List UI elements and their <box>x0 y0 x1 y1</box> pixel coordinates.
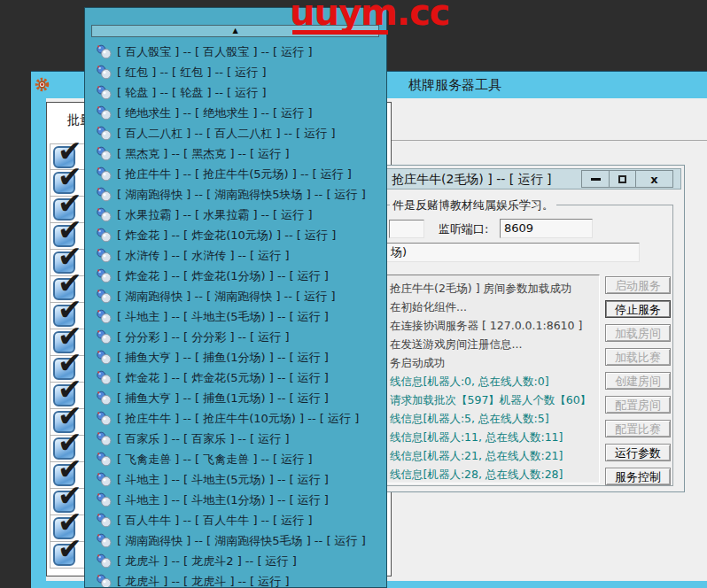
dropdown-item[interactable]: [ 百家乐 ] -- [ 百家乐 ] -- [ 运行 ] <box>85 429 386 449</box>
config-room-button[interactable]: 配置房间 <box>605 396 671 414</box>
network-icon <box>97 553 112 569</box>
network-icon <box>97 452 112 467</box>
log-line: 线信息[机器人:28, 总在线人数:28] <box>390 465 599 484</box>
maximize-icon <box>618 175 626 183</box>
log-line: 在发送游戏房间注册信息... <box>390 335 599 353</box>
dropdown-item[interactable]: [ 湖南跑得快 ] -- [ 湖南跑得快 ] -- [ 运行 ] <box>85 286 386 306</box>
log-line: 务启动成功 <box>390 353 599 372</box>
close-icon: x <box>650 174 657 185</box>
service-control-button[interactable]: 服务控制 <box>605 468 671 485</box>
dropdown-item-label: [ 湖南跑得快 ] -- [ 湖南跑得快5块场 ] -- [ 运行 ] <box>117 187 366 203</box>
network-icon <box>97 44 112 59</box>
dropdown-item[interactable]: [ 红包 ] -- [ 红包 ] -- [ 运行 ] <box>85 62 386 82</box>
game-window-titlebar[interactable]: 抢庄牛牛(2毛场) ] -- [ 运行 ] x <box>376 168 681 190</box>
dropdown-item[interactable]: [ 绝地求生 ] -- [ 绝地求生 ] -- [ 运行 ] <box>85 103 386 123</box>
load-room-button[interactable]: 加载房间 <box>605 324 671 342</box>
network-icon <box>97 431 112 446</box>
log-line: 线信息[机器人:0, 总在线人数:0] <box>390 372 599 391</box>
scroll-up-icon: ▲ <box>232 27 237 35</box>
watermark: uuym.cc <box>290 0 449 30</box>
dropdown-item[interactable]: [ 龙虎斗 ] -- [ 龙虎斗2 ] -- [ 运行 ] <box>85 551 386 571</box>
dropdown-item[interactable]: [ 湖南跑得快 ] -- [ 湖南跑得快5毛场 ] -- [ 运行 ] <box>85 530 386 551</box>
dropdown-item[interactable]: [ 百人牛牛 ] -- [ 百人牛牛 ] -- [ 运行 ] <box>85 510 386 530</box>
dropdown-item[interactable]: [ 百人二八杠 ] -- [ 百人二八杠 ] -- [ 运行 ] <box>85 123 386 143</box>
dropdown-item[interactable]: [ 斗地主 ] -- [ 斗地主(5毛场) ] -- [ 运行 ] <box>85 306 386 327</box>
dropdown-item[interactable]: [ 炸金花 ] -- [ 炸金花(10元场) ] -- [ 运行 ] <box>85 225 386 245</box>
dropdown-item-label: [ 龙虎斗 ] -- [ 龙虎斗 ] -- [ 运行 ] <box>117 574 290 588</box>
dropdown-item[interactable]: [ 斗地主 ] -- [ 斗地主(5元场) ] -- [ 运行 ] <box>85 469 386 490</box>
network-icon <box>97 187 112 202</box>
dropdown-item[interactable]: [ 炸金花 ] -- [ 炸金花(1分场) ] -- [ 运行 ] <box>85 266 386 286</box>
network-icon <box>97 65 112 80</box>
network-icon <box>97 85 112 100</box>
log-line: 在初始化组件... <box>390 298 599 316</box>
network-icon <box>97 391 112 406</box>
dropdown-item[interactable]: [ 百人骰宝 ] -- [ 百人骰宝 ] -- [ 运行 ] <box>85 42 386 62</box>
dropdown-item[interactable]: [ 分分彩 ] -- [ 分分彩 ] -- [ 运行 ] <box>85 327 386 347</box>
dropdown-item[interactable]: [ 龙虎斗 ] -- [ 龙虎斗 ] -- [ 运行 ] <box>85 571 386 588</box>
dropdown-item[interactable]: [ 炸金花 ] -- [ 炸金花(5元场) ] -- [ 运行 ] <box>85 368 386 388</box>
network-icon <box>97 370 112 385</box>
dropdown-item[interactable]: [ 轮盘 ] -- [ 轮盘 ] -- [ 运行 ] <box>85 82 386 103</box>
network-icon <box>97 411 112 426</box>
network-icon <box>97 126 112 141</box>
network-icon <box>97 574 112 588</box>
network-icon <box>97 248 112 263</box>
run-params-button[interactable]: 运行参数 <box>605 444 671 461</box>
dropdown-item-label: [ 百人牛牛 ] -- [ 百人牛牛 ] -- [ 运行 ] <box>117 513 313 529</box>
dropdown-item[interactable]: [ 抢庄牛牛 ] -- [ 抢庄牛牛(5元场) ] -- [ 运行 ] <box>85 164 386 184</box>
row-checkbox[interactable]: ✔ <box>53 544 75 566</box>
dropdown-item[interactable]: [ 湖南跑得快 ] -- [ 湖南跑得快5块场 ] -- [ 运行 ] <box>85 184 386 205</box>
listen-port-label: 监听端口: <box>439 221 488 237</box>
dropdown-item[interactable]: [ 抢庄牛牛 ] -- [ 抢庄牛牛(10元场) ] -- [ 运行 ] <box>85 408 386 429</box>
dropdown-item-label: [ 捕鱼大亨 ] -- [ 捕鱼(1元场) ] -- [ 运行 ] <box>117 391 329 406</box>
start-service-button[interactable]: 启动服务 <box>605 276 671 294</box>
network-icon <box>97 513 112 528</box>
watermark-underline <box>292 30 388 35</box>
dropdown-item-label: [ 飞禽走兽 ] -- [ 飞禽走兽 ] -- [ 运行 ] <box>117 452 313 468</box>
dropdown-item-label: [ 炸金花 ] -- [ 炸金花(5元场) ] -- [ 运行 ] <box>117 370 329 386</box>
network-icon <box>97 105 112 120</box>
log-line: 线信息[机器人:5, 总在线人数:5] <box>390 409 599 428</box>
dropdown-item[interactable]: [ 斗地主 ] -- [ 斗地主(1分场) ] -- [ 运行 ] <box>85 490 386 510</box>
dropdown-item-label: [ 绝地求生 ] -- [ 绝地求生 ] -- [ 运行 ] <box>117 105 313 121</box>
action-button-column: 启动服务停止服务加载房间加载比赛创建房间配置房间配置比赛运行参数服务控制 <box>605 276 671 491</box>
minimize-button[interactable] <box>582 171 609 187</box>
dropdown-item[interactable]: [ 水浒传 ] -- [ 水浒传 ] -- [ 运行 ] <box>85 245 386 266</box>
dropdown-item-label: [ 斗地主 ] -- [ 斗地主(5毛场) ] -- [ 运行 ] <box>117 309 329 325</box>
dropdown-item-label: [ 捕鱼大亨 ] -- [ 捕鱼(1分场) ] -- [ 运行 ] <box>117 350 329 366</box>
close-button[interactable]: x <box>635 171 672 187</box>
dropdown-item-label: [ 水果拉霸 ] -- [ 水果拉霸 ] -- [ 运行 ] <box>117 207 313 223</box>
dropdown-item[interactable]: [ 黑杰克 ] -- [ 黑杰克 ] -- [ 运行 ] <box>85 143 386 164</box>
dropdown-item-label: [ 百人二八杠 ] -- [ 百人二八杠 ] -- [ 运行 ] <box>117 126 336 142</box>
dropdown-item-label: [ 百家乐 ] -- [ 百家乐 ] -- [ 运行 ] <box>117 431 290 447</box>
network-icon <box>97 492 112 507</box>
dropdown-item[interactable]: [ 飞禽走兽 ] -- [ 飞禽走兽 ] -- [ 运行 ] <box>85 449 386 469</box>
config-match-button[interactable]: 配置比赛 <box>605 420 671 437</box>
dropdown-item-label: [ 分分彩 ] -- [ 分分彩 ] -- [ 运行 ] <box>117 329 290 345</box>
room-name-field[interactable]: 场) <box>386 243 640 262</box>
dropdown-item-label: [ 轮盘 ] -- [ 轮盘 ] -- [ 运行 ] <box>117 85 267 101</box>
dropdown-item-label: [ 斗地主 ] -- [ 斗地主(1分场) ] -- [ 运行 ] <box>117 492 329 508</box>
dropdown-item-label: [ 炸金花 ] -- [ 炸金花(1分场) ] -- [ 运行 ] <box>117 268 329 284</box>
game-dropdown-list[interactable]: ▲ [ 百人骰宝 ] -- [ 百人骰宝 ] -- [ 运行 ][ 红包 ] -… <box>84 7 387 588</box>
dropdown-item[interactable]: [ 水果拉霸 ] -- [ 水果拉霸 ] -- [ 运行 ] <box>85 205 386 225</box>
stop-service-button[interactable]: 停止服务 <box>605 300 671 318</box>
log-line: 抢庄牛牛(2毛场) ] 房间参数加载成功 <box>390 279 599 298</box>
network-icon <box>97 533 112 548</box>
dropdown-item-label: [ 抢庄牛牛 ] -- [ 抢庄牛牛(10元场) ] -- [ 运行 ] <box>117 411 359 427</box>
groupbox-caption: 件是反赌博教材纯属娱乐学习。 <box>390 197 556 213</box>
log-listbox[interactable]: 抢庄牛牛(2毛场) ] 房间参数加载成功在初始化组件...在连接协调服务器 [ … <box>386 275 600 484</box>
maximize-button[interactable] <box>609 171 635 187</box>
dropdown-items: [ 百人骰宝 ] -- [ 百人骰宝 ] -- [ 运行 ][ 红包 ] -- … <box>85 42 386 588</box>
dropdown-item[interactable]: [ 捕鱼大亨 ] -- [ 捕鱼(1元场) ] -- [ 运行 ] <box>85 388 386 408</box>
listen-port-field[interactable]: 8609 <box>500 219 593 238</box>
log-line: 线信息[机器人:21, 总在线人数:21] <box>390 446 599 465</box>
port-prefix-field[interactable] <box>389 220 424 238</box>
dropdown-item-label: [ 龙虎斗 ] -- [ 龙虎斗2 ] -- [ 运行 ] <box>117 553 297 569</box>
dropdown-item[interactable]: [ 捕鱼大亨 ] -- [ 捕鱼(1分场) ] -- [ 运行 ] <box>85 347 386 368</box>
create-room-button[interactable]: 创建房间 <box>605 372 671 390</box>
load-match-button[interactable]: 加载比赛 <box>605 348 671 366</box>
dropdown-item-label: [ 黑杰克 ] -- [ 黑杰克 ] -- [ 运行 ] <box>117 146 290 162</box>
desktop: 棋牌服务器工具 批量 ✔✔✔✔✔✔✔✔✔✔✔✔✔✔✔✔ 抢庄牛牛(2毛场) ] … <box>0 0 707 588</box>
